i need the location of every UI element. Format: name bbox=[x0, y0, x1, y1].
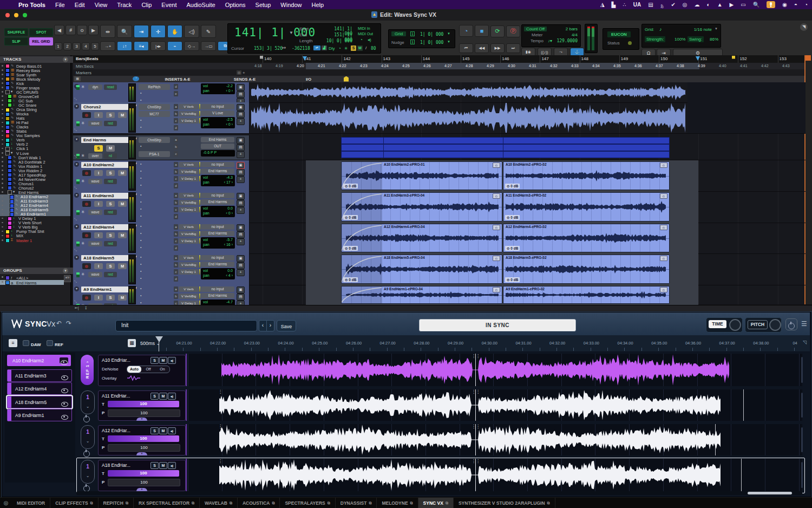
taskbar-tab-sync-vx[interactable]: SYNC VX⧉ bbox=[418, 498, 454, 508]
add-insert-button[interactable]: + bbox=[237, 207, 245, 214]
insert-slot[interactable]: ChnlStrp bbox=[139, 104, 170, 110]
track-lane[interactable]: A11 EndHarm3-ePRO-04◴⊙ 0 dBA11 EndHarm3-… bbox=[249, 191, 806, 223]
clip-gain-badge[interactable]: ⊙ 0 dB bbox=[505, 184, 520, 188]
automation-mode-selector[interactable]: read bbox=[104, 84, 117, 90]
track-height-right-icon[interactable]: ▶ bbox=[88, 25, 99, 35]
drag-handle-dots-icon[interactable]: ⋮ bbox=[218, 391, 222, 393]
solo-button[interactable]: S bbox=[106, 295, 115, 301]
plugin-power-button[interactable] bbox=[785, 318, 797, 330]
record-enable-button[interactable] bbox=[82, 295, 91, 301]
switch-icon[interactable]: ◓ bbox=[794, 2, 797, 8]
elastic-audio-icon[interactable]: ✳ bbox=[81, 241, 85, 246]
track-list-item[interactable]: ↓V Delay 1 bbox=[0, 216, 70, 220]
track-visible-dot[interactable] bbox=[2, 100, 3, 101]
track-visible-dot[interactable] bbox=[2, 126, 3, 128]
track-options-button[interactable]: ▣ bbox=[237, 286, 245, 294]
track-visible-dot[interactable] bbox=[2, 148, 3, 149]
play-circle-icon[interactable]: ▶ bbox=[730, 2, 734, 8]
grid-resolution-value[interactable]: 1/16 note bbox=[694, 27, 712, 32]
comments-button[interactable]: ▤ bbox=[237, 231, 245, 238]
elastic-audio-clip-icon[interactable]: ◴ bbox=[493, 162, 500, 168]
tempo-value[interactable]: 129.0000 bbox=[556, 38, 578, 43]
audio-clip[interactable]: A12 EndHarm4-ePRO-02◴⊙ 0 dB bbox=[503, 224, 670, 252]
record-enable-button[interactable] bbox=[82, 263, 91, 269]
zoom-preset-5[interactable]: 5 bbox=[91, 42, 99, 50]
track-view-selector[interactable]: over bbox=[88, 153, 102, 159]
send-slot-letter[interactable]: b bbox=[174, 262, 178, 268]
grid-dropdown-icon[interactable]: ▼ bbox=[447, 32, 450, 35]
clip-gain-badge[interactable]: ⊙ 0 dB bbox=[343, 184, 358, 188]
track-visible-dot[interactable] bbox=[2, 174, 3, 175]
insert-slot-empty[interactable]: • bbox=[140, 269, 142, 273]
insert-slot-empty[interactable]: • bbox=[140, 200, 142, 204]
preset-field[interactable]: Init bbox=[115, 320, 257, 331]
output-selector[interactable]: End Harrms bbox=[201, 199, 234, 205]
track-options-button[interactable]: ▣ bbox=[237, 162, 245, 169]
track-list-item[interactable]: ∿A4 NeverKnew bbox=[0, 177, 70, 181]
input-monitor-button[interactable]: I bbox=[94, 170, 103, 176]
strip-solo-button[interactable]: S bbox=[150, 427, 159, 434]
selection-start-marker-icon[interactable] bbox=[303, 56, 307, 61]
track-freeze-icon[interactable]: ⤡ bbox=[74, 300, 77, 304]
insert-slot[interactable]: PSA-1 bbox=[139, 151, 170, 157]
solo-button[interactable]: S bbox=[94, 145, 103, 152]
collapse-track-icon[interactable]: ▾ bbox=[74, 193, 79, 198]
audio-clip[interactable]: A11 EndHarm3-ePRO-04◴⊙ 0 dB bbox=[341, 192, 502, 222]
send-assignment[interactable]: V VerbBig bbox=[179, 111, 199, 116]
strip-power-button[interactable] bbox=[83, 415, 91, 421]
automation-mode-selector[interactable]: red bbox=[104, 210, 117, 215]
menu-pro-tools[interactable]: Pro Tools bbox=[18, 2, 45, 8]
track-lane[interactable] bbox=[249, 102, 806, 133]
elastic-audio-clip-icon[interactable]: ◴ bbox=[660, 225, 667, 230]
zoom-preset-4[interactable]: 4 bbox=[82, 42, 90, 50]
comments-button[interactable]: ▤ bbox=[237, 200, 245, 207]
send-assignment[interactable]: V VerbBig bbox=[179, 231, 199, 237]
mute-button[interactable]: M bbox=[118, 232, 127, 238]
elastic-audio-icon[interactable]: ✳ bbox=[81, 179, 85, 184]
undo-icon[interactable]: ↶ bbox=[56, 320, 62, 327]
zoom-toggle-icon[interactable]: ⇹ bbox=[100, 25, 115, 38]
track-visible-dot[interactable] bbox=[2, 218, 3, 219]
insert-slot-empty[interactable]: • bbox=[140, 176, 142, 180]
track-list-item[interactable]: ∿Vox Riddim 2 bbox=[0, 168, 70, 172]
track-list-item[interactable]: ▾End Harms bbox=[0, 190, 70, 194]
audio-clip[interactable]: A10 EndHarm2-ePRO-02◴⊙ 0 dB bbox=[503, 161, 670, 190]
insert-slot[interactable]: ChnlStrp bbox=[139, 137, 170, 143]
edit-mode-spot[interactable]: SPOT bbox=[29, 28, 53, 36]
time-amount-slider[interactable]: 100 bbox=[108, 435, 179, 442]
track-visible-dot[interactable] bbox=[2, 165, 3, 167]
elastic-audio-clip-icon[interactable]: ◴ bbox=[660, 193, 667, 199]
record-enable-button[interactable] bbox=[82, 170, 91, 176]
track-visible-dot[interactable] bbox=[2, 131, 3, 132]
tempo-note-icon[interactable]: ♪▾ bbox=[548, 38, 552, 43]
film-icon[interactable]: ▤ bbox=[648, 2, 653, 8]
pencil-icon[interactable]: / bbox=[365, 45, 366, 50]
grid-note-icon[interactable]: 1 bbox=[410, 31, 415, 36]
taskbar-tab-acoustica[interactable]: ACOUSTICA⧉ bbox=[238, 498, 280, 508]
send-assignment[interactable]: V Delay 1 bbox=[179, 269, 199, 275]
send-slot-letter[interactable]: b bbox=[174, 144, 178, 149]
mute-button[interactable]: M bbox=[118, 201, 127, 207]
ref-solo-button[interactable]: S bbox=[150, 357, 159, 364]
track-options-button[interactable]: ▣ bbox=[237, 137, 245, 144]
clip-gain-badge[interactable]: ⊙ 0 dB bbox=[343, 215, 358, 220]
siri-icon[interactable]: ◉ bbox=[782, 2, 787, 8]
output-selector[interactable]: OUT bbox=[201, 144, 234, 149]
menu-window[interactable]: Window bbox=[280, 2, 302, 8]
window-tile-icon[interactable]: ▙ bbox=[612, 2, 616, 8]
insert-slot-empty[interactable]: • bbox=[140, 162, 142, 166]
track-visible-dot[interactable] bbox=[2, 191, 3, 193]
menu-audiosuite[interactable]: AudioSuite bbox=[186, 2, 215, 8]
edit-mode-slip[interactable]: SLIP bbox=[4, 37, 28, 45]
send-slot-letter[interactable]: a bbox=[174, 224, 178, 230]
swing-label[interactable]: Swing: bbox=[687, 36, 704, 42]
menu-help[interactable]: Help bbox=[311, 2, 324, 8]
battery-icon[interactable]: ▭ bbox=[741, 2, 745, 8]
track-nameplate[interactable]: A9 EndHarm1 bbox=[81, 286, 135, 292]
selector-tool[interactable]: ✛ bbox=[150, 25, 166, 38]
track-lane[interactable] bbox=[249, 82, 806, 102]
clip-gain-badge[interactable]: ⊙ 0 dB bbox=[505, 277, 520, 282]
collapse-track-icon[interactable]: ▾ bbox=[74, 224, 79, 229]
insert-slot-empty[interactable]: • bbox=[140, 294, 142, 297]
automation-mode-selector[interactable]: red bbox=[104, 241, 117, 246]
